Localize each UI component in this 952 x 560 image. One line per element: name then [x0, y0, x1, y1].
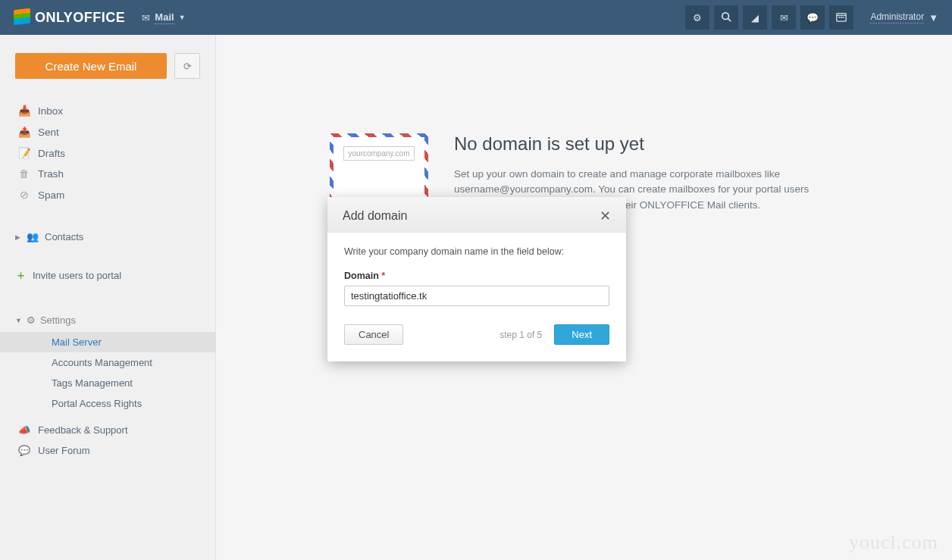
folder-trash[interactable]: 🗑Trash — [15, 164, 200, 184]
folder-label: Inbox — [38, 105, 63, 117]
add-domain-modal: Add domain ✕ Write your company domain n… — [327, 197, 626, 361]
feed-icon: ◢ — [751, 12, 759, 23]
speech-bubble-icon: 💬 — [18, 445, 30, 456]
folder-label: Sent — [38, 127, 59, 138]
trash-icon: 🗑 — [18, 168, 30, 180]
feedback-support[interactable]: 📣 Feedback & Support — [15, 420, 200, 440]
user-name: Administrator — [870, 11, 924, 23]
brand-logo[interactable]: ONLYOFFICE — [14, 9, 125, 26]
postcard-illustration: yourcompany.com — [330, 133, 428, 202]
search-icon — [721, 11, 731, 24]
invite-label: Invite users to portal — [33, 270, 121, 281]
folder-label: Drafts — [38, 148, 65, 159]
spam-icon: ⊘ — [18, 189, 30, 201]
user-forum[interactable]: 💬 User Forum — [15, 440, 200, 461]
people-icon: 👥 — [27, 231, 39, 242]
settings-portal-access-rights[interactable]: Portal Access Rights — [0, 393, 215, 414]
mail-envelope-icon: ✉ — [142, 12, 150, 23]
domain-field-label: Domain * — [344, 271, 609, 281]
triangle-right-icon: ▶ — [15, 233, 20, 241]
svg-rect-6 — [843, 17, 844, 18]
create-email-button[interactable]: Create New Email — [15, 53, 167, 79]
calendar-icon — [836, 11, 847, 24]
folder-spam[interactable]: ⊘Spam — [15, 184, 200, 205]
module-switcher[interactable]: ✉ Mail ▼ — [142, 11, 185, 24]
onlyoffice-logo-icon — [14, 9, 30, 26]
sidebar-settings-toggle[interactable]: ▼ ⚙ Settings — [15, 310, 200, 330]
modal-instruction: Write your company domain name in the fi… — [344, 246, 609, 257]
folder-drafts[interactable]: 📝Drafts — [15, 142, 200, 164]
gear-icon: ⚙ — [693, 12, 702, 23]
user-menu[interactable]: Administrator ▼ — [870, 11, 938, 23]
settings-gear-button[interactable]: ⚙ — [685, 5, 709, 30]
close-icon: ✕ — [600, 208, 611, 224]
refresh-button[interactable]: ⟳ — [174, 53, 200, 79]
drafts-icon: 📝 — [18, 147, 30, 159]
settings-accounts-management[interactable]: Accounts Management — [0, 352, 215, 373]
svg-rect-5 — [841, 17, 843, 18]
domain-input[interactable] — [344, 286, 609, 306]
svg-line-1 — [728, 18, 731, 21]
folder-sent[interactable]: 📤Sent — [15, 121, 200, 142]
folder-inbox[interactable]: 📥Inbox — [15, 100, 200, 121]
next-button[interactable]: Next — [554, 324, 609, 345]
inbox-icon: 📥 — [18, 105, 30, 117]
megaphone-icon: 📣 — [18, 424, 30, 436]
example-domain: yourcompany.com — [343, 146, 415, 161]
calendar-button[interactable] — [829, 5, 853, 30]
feed-button[interactable]: ◢ — [743, 5, 767, 30]
modal-title: Add domain — [343, 209, 407, 223]
chat-button[interactable]: 💬 — [800, 5, 825, 30]
empty-title: No domain is set up yet — [454, 133, 818, 155]
sidebar: Create New Email ⟳ 📥Inbox 📤Sent 📝Drafts … — [0, 35, 216, 560]
settings-label: Settings — [40, 314, 76, 326]
folder-label: Trash — [38, 168, 64, 180]
watermark: youcl.com — [849, 531, 938, 554]
settings-submenu: Mail Server Accounts Management Tags Man… — [15, 332, 200, 414]
step-indicator: step 1 of 5 — [411, 330, 546, 340]
triangle-down-icon: ▼ — [15, 317, 22, 324]
modal-close-button[interactable]: ✕ — [600, 208, 611, 224]
folder-label: Spam — [38, 189, 64, 201]
module-label: Mail — [155, 11, 174, 24]
required-asterisk: * — [381, 271, 385, 281]
cancel-button[interactable]: Cancel — [344, 324, 403, 345]
header-toolbar: ⚙ ◢ ✉ 💬 — [685, 5, 853, 30]
invite-users[interactable]: ＋ Invite users to portal — [15, 264, 200, 287]
folder-list: 📥Inbox 📤Sent 📝Drafts 🗑Trash ⊘Spam — [15, 100, 200, 205]
contacts-label: Contacts — [45, 231, 83, 242]
brand-name: ONLYOFFICE — [35, 10, 125, 26]
top-header: ONLYOFFICE ✉ Mail ▼ ⚙ ◢ ✉ 💬 Administrato… — [0, 0, 952, 35]
settings-mail-server[interactable]: Mail Server — [0, 332, 215, 352]
gear-icon: ⚙ — [27, 314, 36, 326]
svg-rect-4 — [839, 17, 841, 18]
chevron-down-icon: ▼ — [929, 12, 938, 23]
mail-button[interactable]: ✉ — [772, 5, 796, 30]
sent-icon: 📤 — [18, 126, 30, 138]
chevron-down-icon: ▼ — [179, 14, 186, 21]
sidebar-contacts[interactable]: ▶ 👥 Contacts — [15, 227, 200, 247]
svg-point-0 — [722, 12, 729, 19]
mail-icon: ✉ — [780, 12, 788, 23]
search-button[interactable] — [714, 5, 738, 30]
chat-icon: 💬 — [806, 12, 819, 23]
plus-icon: ＋ — [15, 268, 27, 283]
refresh-icon: ⟳ — [183, 61, 192, 72]
settings-tags-management[interactable]: Tags Management — [0, 373, 215, 393]
